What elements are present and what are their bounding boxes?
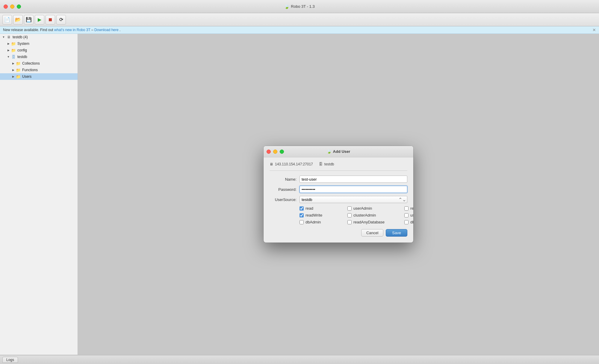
notification-close-button[interactable]: ✕ [592,28,596,32]
db-testdb-icon: 🗄 [11,54,16,60]
close-button[interactable] [4,4,8,9]
run-button[interactable]: ▶ [35,15,44,25]
role-checkbox-dbAdmin[interactable] [300,220,304,224]
role-checkbox-readAnyDatabase[interactable] [347,220,352,224]
tree-arrow-system: ▶ [6,41,11,46]
connection-host-info: 🖥 143.110.154.147:27017 [270,162,313,166]
role-checkbox-readWriteAnyDatabase[interactable] [404,206,409,211]
password-label: Password: [270,187,300,192]
connection-database: testdb [324,162,334,166]
role-label-clusterAdmin: clusterAdmin [353,213,376,217]
form-row-usersource: UserSource: testdb admin local ⌃⌄ [270,196,407,203]
form-row-password: Password: [270,186,407,193]
maximize-button[interactable] [17,4,21,9]
folder-collections-icon: 📁 [16,61,21,66]
folder-config-icon: 📁 [11,48,16,53]
usersource-select[interactable]: testdb admin local [300,196,407,203]
tree-arrow-users: ▶ [11,74,16,79]
sidebar-item-functions[interactable]: ▶ 📁 Functions [0,67,78,73]
role-item-dbAdminAnyDatabase: dbAdminAnyDatabase [404,220,413,224]
password-input[interactable] [300,186,407,193]
bottom-bar: Logs [0,355,599,364]
sidebar-item-label-functions: Functions [22,68,38,72]
dialog-close-button[interactable] [267,150,271,154]
dialog-title-text: Add User [333,149,350,154]
db-icon: 🗄 [319,162,323,166]
open-button[interactable]: 📂 [13,15,23,25]
toolbar: 📄 📂 💾 ▶ ⏹ ⟳ [0,13,599,26]
roles-grid: read userAdmin readWriteAnyDatabase [300,206,407,224]
role-item-read: read [300,206,347,211]
name-label: Name: [270,177,300,182]
app-title-text: Robo 3T - 1.3 [291,4,314,9]
role-label-userAdminAnyDatabase: userAdminAnyDatabase [410,213,413,217]
role-label-readWriteAnyDatabase: readWriteAnyDatabase [410,206,413,211]
role-item-userAdminAnyDatabase: userAdminAnyDatabase [404,213,413,217]
role-item-readWriteAnyDatabase: readWriteAnyDatabase [404,206,413,211]
host-icon: 🖥 [270,162,273,166]
role-label-read: read [305,206,313,211]
folder-functions-icon: 📁 [16,67,21,73]
role-label-readAnyDatabase: readAnyDatabase [353,220,385,224]
sidebar-item-label-testdb: testdb [17,55,27,59]
dialog-title: 🍃 Add User [327,149,350,154]
dialog-minimize-button[interactable] [273,150,277,154]
role-checkbox-clusterAdmin[interactable] [347,213,352,217]
folder-system-icon: 📁 [11,41,16,46]
role-label-dbAdmin: dbAdmin [305,220,321,224]
tree-arrow-functions: ▶ [11,68,16,72]
sidebar-item-server[interactable]: ▼ 🖥 testdb (4) [0,34,78,40]
sidebar-item-label-server: testdb (4) [13,35,28,39]
dialog-body: 🖥 143.110.154.147:27017 🗄 testdb Name: [264,157,413,243]
new-button[interactable]: 📄 [2,15,12,25]
title-bar-controls [4,4,21,9]
dialog-title-bar: 🍃 Add User [264,146,413,157]
role-item-userAdmin: userAdmin [347,206,404,211]
role-item-clusterAdmin: clusterAdmin [347,213,404,217]
whats-new-link[interactable]: what's new in Robo 3T [54,28,90,32]
app-title: 🍃 Robo 3T - 1.3 [284,4,314,9]
refresh-button[interactable]: ⟳ [56,15,66,25]
logs-tab[interactable]: Logs [2,357,18,363]
tree-arrow-config: ▶ [6,48,11,53]
dialog-maximize-button[interactable] [280,150,284,154]
sidebar-item-label-config: config [17,48,27,52]
minimize-button[interactable] [10,4,14,9]
download-link[interactable]: Download here [94,28,119,32]
notification-text: New release available. Find out what's n… [3,28,120,32]
notification-bar: New release available. Find out what's n… [0,26,599,34]
role-label-readWrite: readWrite [305,213,322,217]
name-input[interactable] [300,176,407,183]
role-checkbox-dbAdminAnyDatabase[interactable] [404,220,409,224]
sidebar-item-config[interactable]: ▶ 📁 config [0,47,78,54]
dialog-title-icon: 🍃 [327,149,332,154]
sidebar-item-testdb[interactable]: ▼ 🗄 testdb [0,54,78,60]
cancel-button[interactable]: Cancel [361,229,383,237]
sidebar-item-label-system: System [17,42,29,46]
sidebar-item-label-users: Users [22,74,31,79]
save-button[interactable]: 💾 [24,15,34,25]
role-checkbox-readWrite[interactable] [300,213,304,217]
connection-db-info: 🗄 testdb [319,162,334,166]
save-button-dialog[interactable]: Save [386,229,407,237]
usersource-label: UserSource: [270,197,300,202]
sidebar-item-users[interactable]: ▶ 📁 Users [0,73,78,80]
dialog-connection-row: 🖥 143.110.154.147:27017 🗄 testdb [270,162,407,171]
role-item-dbAdmin: dbAdmin [300,220,347,224]
role-checkbox-read[interactable] [300,206,304,211]
role-label-dbAdminAnyDatabase: dbAdminAnyDatabase [410,220,413,224]
role-item-readWrite: readWrite [300,213,347,217]
connection-host: 143.110.154.147:27017 [275,162,313,166]
sidebar-item-collections[interactable]: ▶ 📁 Collections [0,60,78,67]
role-checkbox-userAdmin[interactable] [347,206,352,211]
role-checkbox-userAdminAnyDatabase[interactable] [404,213,409,217]
tree-arrow-collections: ▶ [11,61,16,66]
modal-overlay: 🍃 Add User 🖥 143.110.154.147:27017 🗄 [78,34,599,355]
sidebar-item-label-collections: Collections [22,61,40,66]
main-layout: ▼ 🖥 testdb (4) ▶ 📁 System ▶ 📁 config ▼ 🗄… [0,34,599,355]
dialog-traffic-lights [267,150,284,154]
roles-section: read userAdmin readWriteAnyDatabase [300,206,407,224]
form-row-name: Name: [270,176,407,183]
stop-button[interactable]: ⏹ [46,15,55,25]
sidebar-item-system[interactable]: ▶ 📁 System [0,40,78,47]
